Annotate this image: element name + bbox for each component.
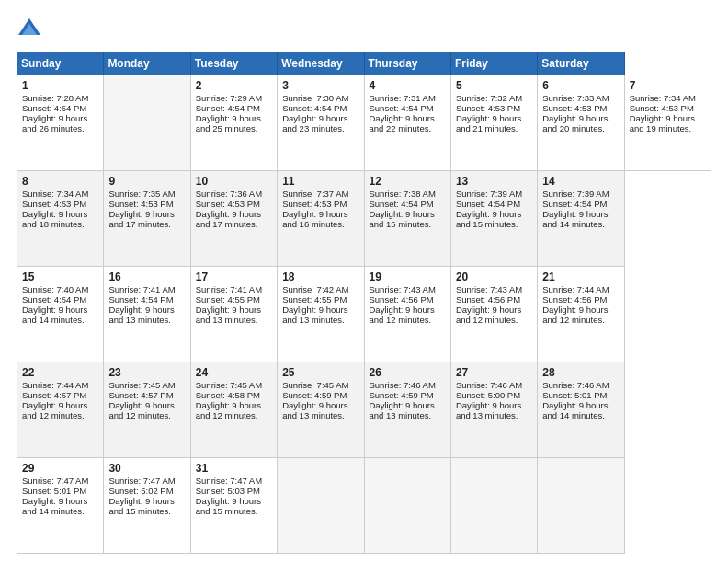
sunrise-text: Sunrise: 7:43 AM bbox=[456, 284, 522, 294]
sunset-text: Sunset: 5:03 PM bbox=[196, 486, 260, 496]
calendar-day-19: 19Sunrise: 7:43 AMSunset: 4:56 PMDayligh… bbox=[364, 267, 450, 362]
sunrise-text: Sunrise: 7:32 AM bbox=[456, 93, 522, 103]
header bbox=[17, 17, 711, 42]
day-number: 10 bbox=[196, 175, 272, 188]
day-number: 15 bbox=[22, 270, 98, 283]
sunrise-text: Sunrise: 7:47 AM bbox=[22, 476, 88, 486]
day-number: 25 bbox=[282, 366, 358, 379]
sunset-text: Sunset: 4:56 PM bbox=[370, 294, 434, 304]
daylight-text: Daylight: 9 hours and 23 minutes. bbox=[282, 113, 347, 133]
daylight-text: Daylight: 9 hours and 14 minutes. bbox=[22, 496, 87, 516]
sunset-text: Sunset: 4:53 PM bbox=[630, 103, 694, 113]
sunset-text: Sunset: 5:01 PM bbox=[22, 486, 86, 496]
sunset-text: Sunset: 4:54 PM bbox=[282, 103, 347, 113]
daylight-text: Daylight: 9 hours and 19 minutes. bbox=[630, 113, 695, 133]
day-number: 17 bbox=[196, 270, 272, 283]
day-number: 19 bbox=[370, 270, 446, 283]
sunset-text: Sunset: 5:01 PM bbox=[542, 390, 607, 400]
day-number: 1 bbox=[22, 79, 98, 92]
sunset-text: Sunset: 4:57 PM bbox=[108, 390, 173, 400]
daylight-text: Daylight: 9 hours and 14 minutes. bbox=[22, 304, 87, 325]
calendar-day-25: 25Sunrise: 7:45 AMSunset: 4:59 PMDayligh… bbox=[278, 362, 364, 458]
sunrise-text: Sunrise: 7:44 AM bbox=[542, 284, 609, 294]
calendar-day-empty bbox=[538, 458, 624, 554]
day-number: 2 bbox=[196, 79, 272, 92]
sunrise-text: Sunrise: 7:28 AM bbox=[22, 93, 88, 103]
calendar-day-16: 16Sunrise: 7:41 AMSunset: 4:54 PMDayligh… bbox=[104, 267, 190, 362]
day-number: 7 bbox=[630, 79, 706, 92]
day-number: 29 bbox=[22, 462, 98, 475]
calendar-day-1: 1Sunrise: 7:28 AMSunset: 4:54 PMDaylight… bbox=[17, 75, 104, 171]
sunrise-text: Sunrise: 7:46 AM bbox=[456, 380, 522, 390]
logo bbox=[17, 17, 46, 42]
daylight-text: Daylight: 9 hours and 17 minutes. bbox=[108, 209, 174, 229]
calendar-day-3: 3Sunrise: 7:30 AMSunset: 4:54 PMDaylight… bbox=[278, 75, 364, 171]
calendar-day-empty bbox=[104, 75, 190, 171]
sunset-text: Sunset: 4:54 PM bbox=[196, 103, 260, 113]
calendar-day-28: 28Sunrise: 7:46 AMSunset: 5:01 PMDayligh… bbox=[538, 362, 624, 458]
sunset-text: Sunset: 4:54 PM bbox=[542, 199, 607, 209]
sunrise-text: Sunrise: 7:31 AM bbox=[370, 93, 436, 103]
sunset-text: Sunset: 4:58 PM bbox=[196, 390, 260, 400]
daylight-text: Daylight: 9 hours and 12 minutes. bbox=[456, 304, 521, 325]
day-number: 6 bbox=[542, 79, 619, 92]
daylight-text: Daylight: 9 hours and 12 minutes. bbox=[370, 304, 435, 325]
sunrise-text: Sunrise: 7:38 AM bbox=[370, 189, 436, 199]
daylight-text: Daylight: 9 hours and 13 minutes. bbox=[456, 400, 521, 420]
day-number: 22 bbox=[22, 366, 98, 379]
calendar-day-6: 6Sunrise: 7:33 AMSunset: 4:53 PMDaylight… bbox=[538, 75, 624, 171]
day-header-thursday: Thursday bbox=[364, 52, 450, 75]
daylight-text: Daylight: 9 hours and 12 minutes. bbox=[542, 304, 608, 325]
day-number: 16 bbox=[108, 270, 185, 283]
calendar-week-3: 22Sunrise: 7:44 AMSunset: 4:57 PMDayligh… bbox=[17, 362, 711, 458]
day-number: 4 bbox=[370, 79, 446, 92]
day-number: 31 bbox=[196, 462, 272, 475]
calendar-week-0: 1Sunrise: 7:28 AMSunset: 4:54 PMDaylight… bbox=[17, 75, 711, 171]
sunset-text: Sunset: 4:56 PM bbox=[456, 294, 520, 304]
calendar-day-2: 2Sunrise: 7:29 AMSunset: 4:54 PMDaylight… bbox=[190, 75, 277, 171]
daylight-text: Daylight: 9 hours and 18 minutes. bbox=[22, 209, 87, 229]
sunset-text: Sunset: 4:55 PM bbox=[196, 294, 260, 304]
calendar-day-26: 26Sunrise: 7:46 AMSunset: 4:59 PMDayligh… bbox=[364, 362, 450, 458]
calendar-day-empty bbox=[278, 458, 364, 554]
sunset-text: Sunset: 5:00 PM bbox=[456, 390, 520, 400]
calendar-header-row: SundayMondayTuesdayWednesdayThursdayFrid… bbox=[17, 52, 711, 75]
daylight-text: Daylight: 9 hours and 13 minutes. bbox=[370, 400, 435, 420]
sunset-text: Sunset: 4:54 PM bbox=[370, 103, 434, 113]
sunrise-text: Sunrise: 7:45 AM bbox=[196, 380, 262, 390]
sunrise-text: Sunrise: 7:46 AM bbox=[542, 380, 609, 390]
sunrise-text: Sunrise: 7:39 AM bbox=[542, 189, 609, 199]
sunrise-text: Sunrise: 7:42 AM bbox=[282, 284, 348, 294]
sunset-text: Sunset: 4:54 PM bbox=[22, 294, 86, 304]
calendar-day-14: 14Sunrise: 7:39 AMSunset: 4:54 PMDayligh… bbox=[538, 171, 624, 267]
sunrise-text: Sunrise: 7:30 AM bbox=[282, 93, 348, 103]
sunset-text: Sunset: 5:02 PM bbox=[108, 486, 173, 496]
daylight-text: Daylight: 9 hours and 15 minutes. bbox=[108, 496, 174, 516]
daylight-text: Daylight: 9 hours and 15 minutes. bbox=[196, 496, 261, 516]
day-number: 26 bbox=[370, 366, 446, 379]
sunrise-text: Sunrise: 7:34 AM bbox=[22, 189, 88, 199]
daylight-text: Daylight: 9 hours and 20 minutes. bbox=[542, 113, 608, 133]
sunrise-text: Sunrise: 7:47 AM bbox=[108, 476, 175, 486]
calendar-day-7: 7Sunrise: 7:34 AMSunset: 4:53 PMDaylight… bbox=[624, 75, 711, 171]
day-number: 21 bbox=[542, 270, 619, 283]
calendar-week-2: 15Sunrise: 7:40 AMSunset: 4:54 PMDayligh… bbox=[17, 267, 711, 362]
sunset-text: Sunset: 4:54 PM bbox=[22, 103, 86, 113]
daylight-text: Daylight: 9 hours and 26 minutes. bbox=[22, 113, 87, 133]
sunset-text: Sunset: 4:53 PM bbox=[282, 199, 347, 209]
day-number: 8 bbox=[22, 175, 98, 188]
sunrise-text: Sunrise: 7:33 AM bbox=[542, 93, 609, 103]
daylight-text: Daylight: 9 hours and 16 minutes. bbox=[282, 209, 347, 229]
sunrise-text: Sunrise: 7:29 AM bbox=[196, 93, 262, 103]
day-number: 14 bbox=[542, 175, 619, 188]
calendar-day-24: 24Sunrise: 7:45 AMSunset: 4:58 PMDayligh… bbox=[190, 362, 277, 458]
day-number: 9 bbox=[108, 175, 185, 188]
sunset-text: Sunset: 4:53 PM bbox=[542, 103, 607, 113]
day-number: 11 bbox=[282, 175, 358, 188]
sunrise-text: Sunrise: 7:40 AM bbox=[22, 284, 88, 294]
daylight-text: Daylight: 9 hours and 12 minutes. bbox=[22, 400, 87, 420]
calendar-day-23: 23Sunrise: 7:45 AMSunset: 4:57 PMDayligh… bbox=[104, 362, 190, 458]
calendar-day-12: 12Sunrise: 7:38 AMSunset: 4:54 PMDayligh… bbox=[364, 171, 450, 267]
calendar-day-27: 27Sunrise: 7:46 AMSunset: 5:00 PMDayligh… bbox=[450, 362, 537, 458]
day-header-monday: Monday bbox=[104, 52, 190, 75]
